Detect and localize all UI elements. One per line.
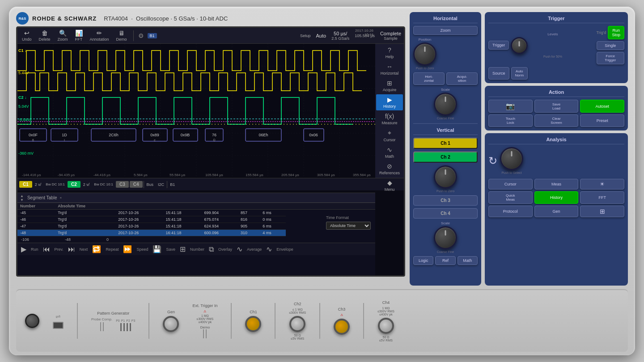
- average-button[interactable]: ∿: [237, 245, 242, 253]
- refresh-icon[interactable]: ↻: [488, 155, 497, 167]
- repeat-button[interactable]: 🔁: [92, 245, 101, 253]
- scale-label: Scale: [441, 88, 450, 92]
- save-load-button[interactable]: SaveLoad: [534, 100, 579, 113]
- math-menu-item[interactable]: ∿ Math: [376, 144, 403, 160]
- camera-button[interactable]: 📷: [488, 100, 533, 113]
- zoom-button[interactable]: 🔍 Zoom: [56, 29, 70, 42]
- fft-button[interactable]: 📊 FFT: [73, 29, 85, 42]
- preset-button[interactable]: Preset: [580, 114, 624, 127]
- table-row-selected[interactable]: -48 Trg'd 2017-10-26 16:41:18 600.096 31…: [17, 230, 375, 236]
- annotation-button[interactable]: ✏ Annotation: [88, 29, 111, 42]
- history-button[interactable]: History: [534, 191, 579, 204]
- horizontal-button[interactable]: Hori-zontal: [413, 72, 445, 85]
- cursor-btn[interactable]: Cursor: [488, 179, 533, 189]
- source-button[interactable]: Source: [488, 67, 509, 80]
- ch2-badge[interactable]: C2: [68, 181, 80, 188]
- cursor-menu-item[interactable]: ⌖ Cursor: [376, 127, 403, 144]
- front-panel: ⇌ Pattern Generator Probe Comp. P0 P1: [16, 289, 628, 352]
- svg-text:0x06: 0x06: [309, 133, 318, 137]
- settings-icon[interactable]: ⚙: [138, 32, 144, 39]
- annotation-icon: ✏: [97, 29, 102, 37]
- usb-port: [53, 322, 64, 329]
- clear-screen-button[interactable]: ClearScreen: [534, 114, 579, 127]
- scroll-arrows[interactable]: ▲ ▼: [20, 194, 24, 202]
- time-marker-4: 5.584 µs: [134, 173, 148, 177]
- help-menu-item[interactable]: ? Help: [376, 45, 403, 61]
- measure-menu-item[interactable]: f(x) Measure: [376, 111, 403, 127]
- horizontal-menu-item[interactable]: ↔ Horizontal: [376, 61, 403, 77]
- history-menu-item[interactable]: ▶ History: [376, 94, 403, 110]
- envelope-button[interactable]: ∿: [266, 245, 272, 253]
- ch1-connector[interactable]: [245, 316, 261, 332]
- autoset-button[interactable]: Autoset: [580, 100, 624, 113]
- run-stop-button[interactable]: RunStop: [608, 26, 624, 39]
- ch4-button[interactable]: Ch 4: [413, 208, 478, 219]
- trigger-button[interactable]: Trigger: [488, 41, 509, 50]
- brightness-button[interactable]: ☀: [580, 179, 624, 189]
- table-row[interactable]: -47 Trg'd 2017-10-26 15:41:18 624.934 90…: [17, 223, 375, 230]
- scale-knob[interactable]: [434, 93, 457, 116]
- analysis-knob[interactable]: [500, 147, 523, 170]
- menu-item[interactable]: ◆ Menu: [376, 177, 403, 194]
- single-button[interactable]: Single: [597, 41, 624, 50]
- run-button[interactable]: ▶: [21, 245, 26, 253]
- undo-button[interactable]: ↩ Undo: [20, 29, 34, 42]
- fft-btn[interactable]: FFT: [580, 191, 624, 204]
- scroll-down-icon[interactable]: ▼: [20, 198, 24, 202]
- next-button[interactable]: ⏭: [68, 245, 75, 253]
- math-button[interactable]: Math: [458, 256, 478, 265]
- delete-button[interactable]: 🗑 Delete: [37, 29, 52, 42]
- table-row[interactable]: -46 Trg'd 2017-10-26 15:41:18 675.074 81…: [17, 216, 375, 223]
- ext-spec: 1 MΩ≤300V RMS≤400V pk: [197, 314, 214, 324]
- auto-norm-button[interactable]: AutoNorm: [511, 67, 528, 80]
- usb-icon: ⇌: [55, 313, 61, 320]
- ch3-badge[interactable]: C3: [116, 181, 129, 188]
- demo-button[interactable]: 🖥 Demo: [114, 29, 129, 42]
- position-knob[interactable]: [413, 42, 436, 66]
- force-trigger-button[interactable]: ForceTrigger: [597, 52, 624, 64]
- scroll-up-icon[interactable]: ▲: [20, 194, 24, 198]
- ch1-badge[interactable]: C1: [19, 181, 32, 188]
- ch2-connector[interactable]: [289, 316, 305, 332]
- meas-button[interactable]: Meas: [534, 179, 579, 189]
- pos-mid: -48: [65, 237, 71, 242]
- delete-icon: 🗑: [42, 29, 48, 37]
- vert-scale-knob[interactable]: [434, 226, 457, 249]
- ch4-connector[interactable]: [378, 318, 394, 334]
- overlay-button[interactable]: ⧉: [209, 245, 214, 253]
- ch4-badge[interactable]: C4: [130, 181, 143, 188]
- ch1-button[interactable]: Ch 1: [413, 138, 478, 149]
- logic-button[interactable]: Logic: [413, 256, 433, 265]
- table-row[interactable]: -45 Trg'd 2017-10-26 15:41:18 699.904 85…: [17, 210, 375, 216]
- ch3-connector[interactable]: [334, 319, 350, 335]
- svg-text:0x9B: 0x9B: [181, 133, 190, 137]
- acquisition-button[interactable]: Acqui-sition: [446, 72, 478, 85]
- zoom-hw-button[interactable]: Zoom: [413, 26, 478, 35]
- power-button[interactable]: [25, 314, 39, 328]
- ch2-button[interactable]: Ch 2: [413, 152, 478, 163]
- time-format-select[interactable]: Absolute Time Relative Time: [326, 222, 371, 230]
- front-separator-2: [148, 303, 149, 339]
- acquire-menu-item[interactable]: ⊞ Acquire: [376, 78, 403, 94]
- vertical-position-knob[interactable]: [434, 165, 457, 189]
- ref-button[interactable]: Ref: [435, 256, 455, 265]
- apps-button[interactable]: ⊞: [580, 206, 624, 217]
- ch3-button[interactable]: Ch 3: [413, 195, 478, 206]
- protocol-button[interactable]: Protocol: [488, 206, 533, 217]
- quick-meas-button[interactable]: QuickMeas: [488, 191, 533, 204]
- gen-button[interactable]: Gen: [534, 206, 579, 217]
- references-menu-item[interactable]: ⊘ References: [376, 161, 403, 177]
- model-info: RTA4004 · Oscilloscope · 5 GSa/s · 10-bi…: [104, 15, 228, 22]
- save-button[interactable]: 💾: [153, 245, 161, 253]
- analysis-top: ↻ Push to Select: [488, 147, 624, 174]
- pin-p2: P2: [126, 319, 130, 322]
- touch-lock-button[interactable]: TouchLock: [488, 114, 533, 127]
- time-marker-10: 355.584 µs: [353, 173, 371, 177]
- ch2-spec2: 50 Ω≤5V RMS: [291, 334, 304, 340]
- number-button[interactable]: ⊞: [180, 245, 186, 253]
- prev-button[interactable]: ⏮: [43, 245, 50, 253]
- gen-connector[interactable]: [163, 316, 179, 332]
- push-to-zero-label: Push to Zero: [416, 67, 434, 70]
- speed-button[interactable]: ⏩: [123, 245, 132, 253]
- trigger-levels-knob[interactable]: [511, 37, 528, 54]
